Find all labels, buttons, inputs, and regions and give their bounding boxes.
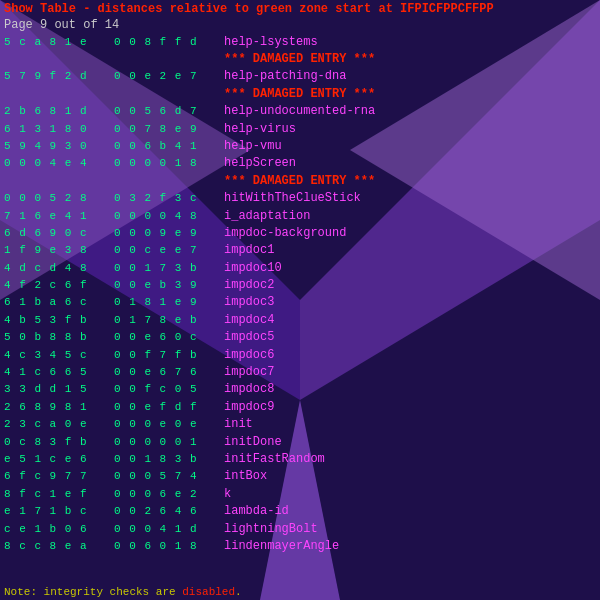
name-cell: impdoc10 <box>224 260 282 277</box>
addr1-cell: 2 6 8 9 8 1 <box>4 400 114 416</box>
name-cell: impdoc5 <box>224 329 274 346</box>
name-cell: hitWithTheClueStick <box>224 190 361 207</box>
addr1-cell: 3 3 d d 1 5 <box>4 382 114 398</box>
name-cell: intBox <box>224 468 267 485</box>
addr2-cell: 0 0 e 2 e 7 <box>114 69 224 85</box>
note-bar: Note: integrity checks are disabled. <box>4 586 242 598</box>
name-cell: impdoc1 <box>224 242 274 259</box>
addr1-cell: 5 7 9 f 2 d <box>4 69 114 85</box>
addr1-cell: 4 1 c 6 6 5 <box>4 365 114 381</box>
table-row: 6 f c 9 7 70 0 0 5 7 4intBox <box>4 468 596 485</box>
addr2-cell: 0 0 0 0 4 8 <box>114 209 224 225</box>
table-row: e 1 7 1 b c0 0 2 6 4 6lambda-id <box>4 503 596 520</box>
table-row: 4 d c d 4 80 0 1 7 3 bimpdoc10 <box>4 260 596 277</box>
name-cell: impdoc3 <box>224 294 274 311</box>
addr2-cell: 0 0 f 7 f b <box>114 348 224 364</box>
note-status: disabled <box>182 586 235 598</box>
addr2-cell: 0 1 7 8 e b <box>114 313 224 329</box>
addr2-cell: 0 0 0 5 7 4 <box>114 469 224 485</box>
addr2-cell: 0 0 6 b 4 1 <box>114 139 224 155</box>
addr2-cell: 0 1 8 1 e 9 <box>114 295 224 311</box>
addr1-cell: 6 f c 9 7 7 <box>4 469 114 485</box>
addr2-cell: 0 3 2 f 3 c <box>114 191 224 207</box>
addr2-cell: 0 0 e 6 0 c <box>114 330 224 346</box>
addr2-cell: 0 0 7 8 e 9 <box>114 122 224 138</box>
table-row: 2 3 c a 0 e0 0 0 e 0 einit <box>4 416 596 433</box>
name-cell: lightningBolt <box>224 521 318 538</box>
table-body: 5 c a 8 1 e0 0 8 f f dhelp-lsystems*** D… <box>4 34 596 556</box>
addr1-cell: 8 c c 8 e a <box>4 539 114 555</box>
damaged-label: *** DAMAGED ENTRY *** <box>224 173 375 190</box>
table-row: 2 b 6 8 1 d0 0 5 6 d 7help-undocumented-… <box>4 103 596 120</box>
addr1-cell: 7 1 6 e 4 1 <box>4 209 114 225</box>
addr1-cell: 6 d 6 9 0 c <box>4 226 114 242</box>
table-row: 6 d 6 9 0 c0 0 0 9 e 9impdoc-background <box>4 225 596 242</box>
table-row: 4 c 3 4 5 c0 0 f 7 f bimpdoc6 <box>4 347 596 364</box>
note-suffix: . <box>235 586 242 598</box>
table-row: 4 1 c 6 6 50 0 e 6 7 6impdoc7 <box>4 364 596 381</box>
table-row: 3 3 d d 1 50 0 f c 0 5impdoc8 <box>4 381 596 398</box>
name-cell: initDone <box>224 434 282 451</box>
addr1-cell: e 5 1 c e 6 <box>4 452 114 468</box>
table-row: 5 0 b 8 8 b0 0 e 6 0 cimpdoc5 <box>4 329 596 346</box>
addr1-cell: 1 f 9 e 3 8 <box>4 243 114 259</box>
name-cell: impdoc6 <box>224 347 274 364</box>
table-row: 0 0 0 4 e 40 0 0 0 1 8helpScreen <box>4 155 596 172</box>
page-info: Page 9 out of 14 <box>4 18 596 32</box>
damaged-label: *** DAMAGED ENTRY *** <box>224 86 375 103</box>
table-row: 8 f c 1 e f0 0 0 6 e 2k <box>4 486 596 503</box>
addr2-cell: 0 0 2 6 4 6 <box>114 504 224 520</box>
addr1-cell: e 1 7 1 b c <box>4 504 114 520</box>
addr1-cell: 2 b 6 8 1 d <box>4 104 114 120</box>
name-cell: impdoc-background <box>224 225 346 242</box>
name-cell: help-patching-dna <box>224 68 346 85</box>
table-row: 5 7 9 f 2 d0 0 e 2 e 7help-patching-dna <box>4 68 596 85</box>
damaged-entry-row: *** DAMAGED ENTRY *** <box>4 51 596 68</box>
addr1-cell: 4 b 5 3 f b <box>4 313 114 329</box>
addr1-cell: 0 0 0 5 2 8 <box>4 191 114 207</box>
addr1-cell: 2 3 c a 0 e <box>4 417 114 433</box>
name-cell: help-lsystems <box>224 34 318 51</box>
addr1-cell: 6 1 3 1 8 0 <box>4 122 114 138</box>
name-cell: init <box>224 416 253 433</box>
addr2-cell: 0 0 1 8 3 b <box>114 452 224 468</box>
table-row: 6 1 3 1 8 00 0 7 8 e 9help-virus <box>4 121 596 138</box>
name-cell: impdoc9 <box>224 399 274 416</box>
addr1-cell: 5 c a 8 1 e <box>4 35 114 51</box>
note-prefix: Note: integrity checks are <box>4 586 182 598</box>
table-row: 7 1 6 e 4 10 0 0 0 4 8i_adaptation <box>4 208 596 225</box>
damaged-label: *** DAMAGED ENTRY *** <box>224 51 375 68</box>
addr1-cell: 5 9 4 9 3 0 <box>4 139 114 155</box>
name-cell: impdoc4 <box>224 312 274 329</box>
table-row: 4 b 5 3 f b0 1 7 8 e bimpdoc4 <box>4 312 596 329</box>
addr2-cell: 0 0 1 7 3 b <box>114 261 224 277</box>
addr1-cell: 4 d c d 4 8 <box>4 261 114 277</box>
addr1-cell: 6 1 b a 6 c <box>4 295 114 311</box>
addr2-cell: 0 0 0 e 0 e <box>114 417 224 433</box>
addr2-cell: 0 0 8 f f d <box>114 35 224 51</box>
table-title: Show Table - distances relative to green… <box>4 2 596 18</box>
table-row: 0 0 0 5 2 80 3 2 f 3 chitWithTheClueStic… <box>4 190 596 207</box>
addr2-cell: 0 0 0 0 0 1 <box>114 435 224 451</box>
table-row: 1 f 9 e 3 80 0 c e e 7impdoc1 <box>4 242 596 259</box>
table-row: e 5 1 c e 60 0 1 8 3 binitFastRandom <box>4 451 596 468</box>
table-row: 8 c c 8 e a0 0 6 0 1 8lindenmayerAngle <box>4 538 596 555</box>
table-row: 5 9 4 9 3 00 0 6 b 4 1help-vmu <box>4 138 596 155</box>
name-cell: k <box>224 486 231 503</box>
table-row: 4 f 2 c 6 f0 0 e b 3 9impdoc2 <box>4 277 596 294</box>
name-cell: i_adaptation <box>224 208 310 225</box>
addr1-cell: 0 c 8 3 f b <box>4 435 114 451</box>
addr1-cell: c e 1 b 0 6 <box>4 522 114 538</box>
damaged-entry-row: *** DAMAGED ENTRY *** <box>4 173 596 190</box>
addr2-cell: 0 0 5 6 d 7 <box>114 104 224 120</box>
addr2-cell: 0 0 0 6 e 2 <box>114 487 224 503</box>
addr2-cell: 0 0 e 6 7 6 <box>114 365 224 381</box>
name-cell: initFastRandom <box>224 451 325 468</box>
name-cell: impdoc8 <box>224 381 274 398</box>
name-cell: impdoc2 <box>224 277 274 294</box>
table-row: 2 6 8 9 8 10 0 e f d fimpdoc9 <box>4 399 596 416</box>
addr2-cell: 0 0 0 9 e 9 <box>114 226 224 242</box>
table-row: c e 1 b 0 60 0 0 4 1 dlightningBolt <box>4 521 596 538</box>
addr2-cell: 0 0 6 0 1 8 <box>114 539 224 555</box>
name-cell: helpScreen <box>224 155 296 172</box>
